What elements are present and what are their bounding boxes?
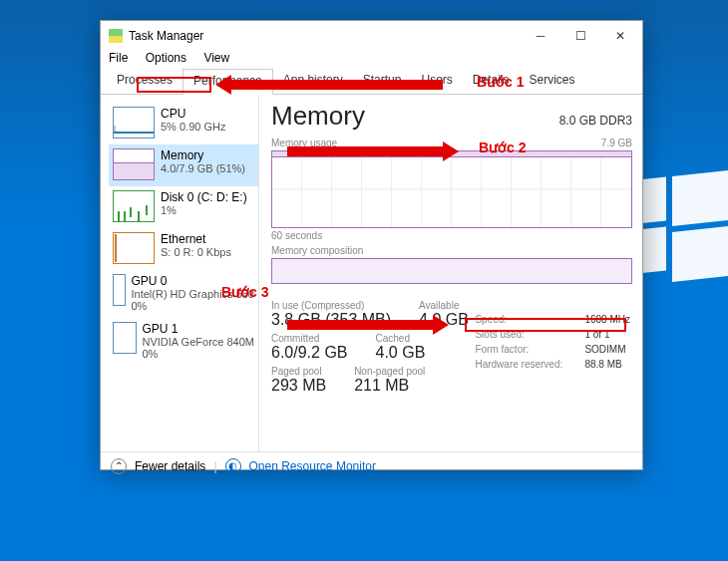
usage-max: 7.9 GB xyxy=(601,138,632,148)
tab-app-history[interactable]: App history xyxy=(273,69,353,94)
sidebar-item-gpu1[interactable]: GPU 1NVIDIA GeForce 840M0% xyxy=(109,318,258,366)
disk-thumb-icon xyxy=(113,190,155,222)
stat-committed: 6.0/9.2 GB xyxy=(271,344,348,362)
page-title: Memory xyxy=(271,101,365,132)
tab-performance[interactable]: Performance xyxy=(182,69,273,95)
open-resource-monitor-link[interactable]: Open Resource Monitor xyxy=(249,459,376,473)
detail-speed: 1600 MHz xyxy=(584,312,630,327)
close-button[interactable]: ✕ xyxy=(600,22,640,50)
detail-form: SODIMM xyxy=(584,342,625,357)
memory-thumb-icon xyxy=(113,148,155,180)
sidebar: CPU5% 0.90 GHz Memory4.0/7.9 GB (51%) Di… xyxy=(101,95,258,451)
window-title: Task Manager xyxy=(129,29,521,43)
tab-services[interactable]: Services xyxy=(520,69,585,94)
detail-panel: Memory 8.0 GB DDR3 Memory usage7.9 GB 60… xyxy=(258,95,642,451)
tab-users[interactable]: Users xyxy=(411,69,462,94)
task-manager-window: Task Manager ─ ☐ ✕ File Options View Pro… xyxy=(100,20,643,470)
tab-processes[interactable]: Processes xyxy=(107,69,182,94)
stat-in-use: 3.8 GB (353 MB) xyxy=(271,311,391,329)
maximize-button[interactable]: ☐ xyxy=(560,22,600,50)
stat-nonpaged: 211 MB xyxy=(354,377,425,395)
footer: ⌃ Fewer details | ◐ Open Resource Monito… xyxy=(101,451,642,479)
stat-cached: 4.0 GB xyxy=(376,344,426,362)
titlebar: Task Manager ─ ☐ ✕ xyxy=(101,21,642,51)
cpu-thumb-icon xyxy=(113,107,155,139)
menu-file[interactable]: File xyxy=(109,51,128,65)
menu-view[interactable]: View xyxy=(203,51,229,65)
menubar: File Options View xyxy=(101,51,642,69)
app-icon xyxy=(109,29,123,43)
stat-paged: 293 MB xyxy=(271,377,326,395)
memory-usage-graph[interactable] xyxy=(271,150,632,228)
sidebar-item-memory[interactable]: Memory4.0/7.9 GB (51%) xyxy=(109,144,258,186)
detail-slots: 1 of 1 xyxy=(584,327,609,342)
detail-reserved: 88.8 MB xyxy=(584,357,621,372)
memory-capacity: 8.0 GB DDR3 xyxy=(559,114,632,128)
tabbar: Processes Performance App history Startu… xyxy=(101,69,642,95)
sidebar-item-ethernet[interactable]: EthernetS: 0 R: 0 Kbps xyxy=(109,228,258,270)
graph-axis: 60 seconds xyxy=(271,230,632,241)
minimize-button[interactable]: ─ xyxy=(521,22,560,50)
gpu0-thumb-icon xyxy=(113,274,126,306)
sidebar-item-disk[interactable]: Disk 0 (C: D: E:)1% xyxy=(109,186,258,228)
tab-startup[interactable]: Startup xyxy=(353,69,412,94)
memory-details: Speed:1600 MHz Slots used:1 of 1 Form fa… xyxy=(475,312,630,372)
monitor-icon: ◐ xyxy=(225,458,241,474)
stat-available: 4.0 GB xyxy=(419,311,469,329)
usage-label: Memory usage xyxy=(271,138,337,148)
menu-options[interactable]: Options xyxy=(146,51,186,65)
sidebar-item-gpu0[interactable]: GPU 0Intel(R) HD Graphics 5500% xyxy=(109,270,258,318)
gpu1-thumb-icon xyxy=(113,322,137,354)
ethernet-thumb-icon xyxy=(113,232,155,264)
fewer-icon: ⌃ xyxy=(111,458,127,474)
sidebar-item-cpu[interactable]: CPU5% 0.90 GHz xyxy=(109,103,258,144)
composition-label: Memory composition xyxy=(271,245,363,256)
tab-details[interactable]: Details xyxy=(463,69,520,94)
memory-composition-bar[interactable] xyxy=(271,258,632,284)
fewer-details-button[interactable]: Fewer details xyxy=(135,459,205,473)
